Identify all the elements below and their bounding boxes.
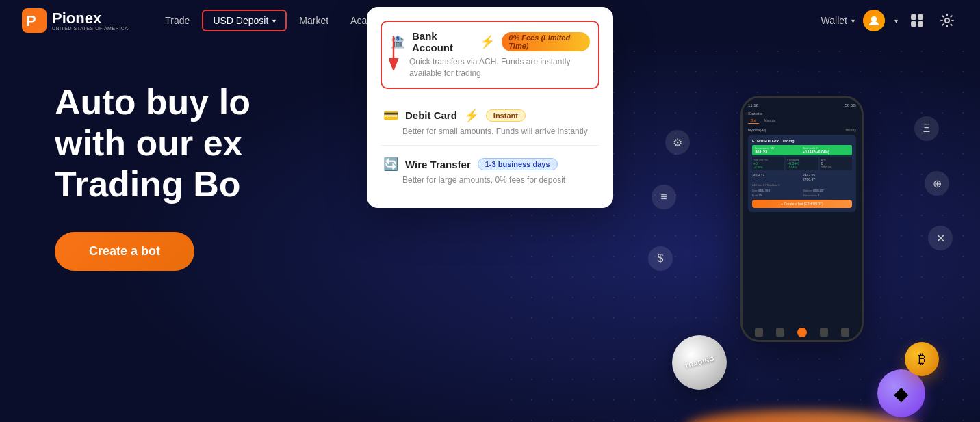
svg-rect-5 xyxy=(911,21,916,27)
eth-coin: ◆ xyxy=(877,369,925,417)
phone-history: History xyxy=(845,128,856,132)
float-icon-3: $ xyxy=(648,246,673,271)
nav-trade[interactable]: Trade xyxy=(155,11,199,30)
nav-usd-deposit[interactable]: USD Deposit ▾ xyxy=(202,10,287,31)
lightning-icon-debit: ⚡ xyxy=(464,108,479,123)
wire-icon: 🔄 xyxy=(383,157,398,172)
wire-transfer-option[interactable]: 🔄 Wire Transfer 1-3 business days Better… xyxy=(381,148,599,194)
phone-signal: 50 5G xyxy=(845,103,856,107)
phone-invest-val: 301.23 xyxy=(755,150,801,154)
hero-line3: Trading Bo xyxy=(55,164,241,204)
deposit-dropdown: 🏦 Bank Account ⚡ 0% Fees (Limited Time) … xyxy=(367,7,613,208)
avatar-chevron-icon: ▾ xyxy=(894,17,898,25)
deposit-chevron-icon: ▾ xyxy=(272,17,276,25)
hero-line1: Auto buy lo xyxy=(55,82,250,122)
phone-mockup-area: 11:16 50 5G Statistic Bot Manual My bots… xyxy=(658,75,946,422)
phone-tab-manual: Manual xyxy=(762,118,778,124)
phone-price1: 3019.37 xyxy=(752,173,801,181)
phone-trading-card: ETH/USDT Grid Trading Investment · MY 30… xyxy=(748,135,856,212)
btc-coin: ₿ xyxy=(905,342,939,376)
phone-nav-trade xyxy=(797,328,807,337)
bank-account-option[interactable]: 🏦 Bank Account ⚡ 0% Fees (Limited Time) … xyxy=(381,21,599,89)
float-icon-5: ⊕ xyxy=(925,171,949,196)
phone-profit-val: +0.1447(+0.04%) xyxy=(803,150,849,154)
nav-right-area: Wallet ▾ ▾ xyxy=(821,10,958,31)
dropdown-arrow xyxy=(383,36,404,73)
lightning-icon-bank: ⚡ xyxy=(480,34,495,49)
wallet-button[interactable]: Wallet ▾ xyxy=(821,15,855,26)
hero-title: Auto buy lo with our ex Trading Bo xyxy=(55,82,397,205)
bank-account-desc: Quick transfers via ACH. Funds are insta… xyxy=(390,56,590,79)
phone-time: 11:16 xyxy=(748,103,758,107)
sphere-text: TRADING xyxy=(684,355,715,369)
phone-nav-chart xyxy=(776,328,784,337)
wire-transfer-label: Wire Transfer xyxy=(405,159,471,170)
sphere-ball: TRADING xyxy=(672,335,727,390)
platform-glow xyxy=(686,410,918,422)
bank-account-label: Bank Account xyxy=(412,30,473,53)
logo-subtext: UNITED STATES OF AMERICA xyxy=(52,26,128,31)
app-download-button[interactable] xyxy=(906,10,928,31)
phone-txs: 24H txs: 0 / Total txs: 0 xyxy=(752,183,852,187)
phone-price3: 2780.47 xyxy=(803,177,852,181)
phone-my-bots: My bots(All) xyxy=(748,128,766,132)
wire-days-badge: 1-3 business days xyxy=(478,158,558,170)
debit-card-option[interactable]: 💳 Debit Card ⚡ Instant Better for small … xyxy=(381,100,599,146)
phone-pair: ETH/USDT Grid Trading xyxy=(752,139,852,143)
trading-bot-sphere: TRADING xyxy=(672,335,734,397)
bank-fee-badge: 0% Fees (Limited Time) xyxy=(502,32,590,51)
logo-text: Pionex xyxy=(52,11,128,26)
logo-icon: P xyxy=(22,8,47,33)
phone-create-btn: + Create a bot (ETH/USDT) xyxy=(752,200,852,208)
debit-card-label: Debit Card xyxy=(405,109,457,121)
eth-symbol: ◆ xyxy=(894,382,909,405)
settings-button[interactable] xyxy=(936,10,958,31)
svg-text:P: P xyxy=(26,12,36,29)
phone-nav-profile xyxy=(841,328,849,337)
nav-market[interactable]: Market xyxy=(289,11,338,30)
debit-card-desc: Better for small amounts. Funds will arr… xyxy=(383,126,597,137)
debit-card-icon: 💳 xyxy=(383,108,398,123)
phone-nav-home xyxy=(755,328,763,337)
hero-line2: with our ex xyxy=(55,123,242,163)
debit-instant-badge: Instant xyxy=(486,109,526,122)
phone-screen: 11:16 50 5G Statistic Bot Manual My bots… xyxy=(743,98,862,340)
float-icon-4: Ξ xyxy=(914,116,939,141)
wire-transfer-desc: Better for large amounts, 0% fees for de… xyxy=(383,174,597,186)
svg-rect-6 xyxy=(918,21,923,27)
wallet-chevron-icon: ▾ xyxy=(851,17,855,25)
phone-nav-wallet xyxy=(820,328,828,337)
settings-icon xyxy=(940,13,955,28)
phone-device: 11:16 50 5G Statistic Bot Manual My bots… xyxy=(740,96,864,342)
btc-symbol: ₿ xyxy=(918,352,925,367)
svg-rect-3 xyxy=(911,14,916,20)
svg-point-2 xyxy=(871,16,877,22)
logo[interactable]: P Pionex UNITED STATES OF AMERICA xyxy=(22,8,128,33)
user-avatar[interactable] xyxy=(863,10,885,31)
svg-rect-4 xyxy=(918,14,923,20)
float-icon-6: ✕ xyxy=(928,226,953,250)
create-bot-button[interactable]: Create a bot xyxy=(55,232,194,271)
avatar-icon xyxy=(868,14,880,27)
float-icon-2: ≡ xyxy=(652,185,676,209)
app-icon xyxy=(910,13,925,28)
svg-point-7 xyxy=(945,18,949,23)
phone-tab-bot: Bot xyxy=(748,118,759,124)
float-icon-1: ⚙ xyxy=(665,130,690,155)
